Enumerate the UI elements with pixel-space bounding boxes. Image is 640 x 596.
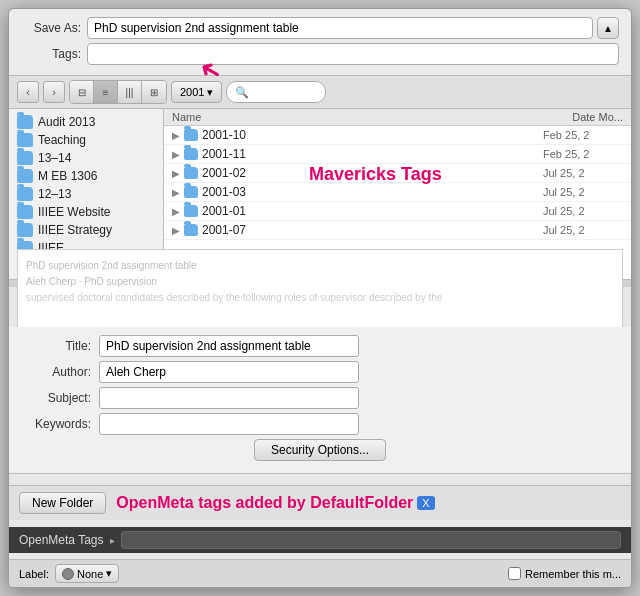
sidebar-item-label: 13–14 bbox=[38, 151, 71, 165]
save-as-input[interactable] bbox=[87, 17, 593, 39]
properties-panel: Title: Author: Subject: Keywords: Securi… bbox=[9, 327, 631, 474]
col-name-header: Name bbox=[172, 111, 543, 123]
file-list-header: Name Date Mo... bbox=[164, 109, 631, 126]
sidebar-item-label: Teaching bbox=[38, 133, 86, 147]
table-row[interactable]: ▶ 2001-03 Jul 25, 2 bbox=[164, 183, 631, 202]
file-date: Feb 25, 2 bbox=[543, 129, 623, 141]
file-date: Jul 25, 2 bbox=[543, 186, 623, 198]
label-row: Label: None ▾ bbox=[19, 564, 119, 583]
sidebar-item-iiiee-website[interactable]: IIIEE Website bbox=[9, 203, 163, 221]
openmeta-tags-label: OpenMeta Tags bbox=[19, 533, 104, 547]
sidebar-item-label: IIIEE Website bbox=[38, 205, 110, 219]
openmeta-tag-dropdown-icon[interactable]: ▸ bbox=[110, 535, 115, 546]
sidebar-item-label: M EB 1306 bbox=[38, 169, 97, 183]
file-name: 2001-07 bbox=[202, 223, 543, 237]
folder-icon bbox=[184, 224, 198, 236]
save-dialog: Save As: ▲ Tags: ‹ › ⊟ ≡ ||| ⊞ 2001 ▾ bbox=[8, 8, 632, 588]
expand-arrow-icon: ▶ bbox=[172, 206, 180, 217]
keywords-input[interactable] bbox=[99, 413, 359, 435]
folder-icon bbox=[17, 133, 33, 147]
sidebar-item-1314[interactable]: 13–14 bbox=[9, 149, 163, 167]
folder-icon bbox=[17, 223, 33, 237]
sidebar-item-audit2013[interactable]: Audit 2013 bbox=[9, 113, 163, 131]
back-button[interactable]: ‹ bbox=[17, 81, 39, 103]
remember-label: Remember this m... bbox=[525, 568, 621, 580]
file-name: 2001-10 bbox=[202, 128, 543, 142]
folder-dropdown-label: 2001 bbox=[180, 86, 204, 98]
security-options-button[interactable]: Security Options... bbox=[254, 439, 386, 461]
view-buttons: ⊟ ≡ ||| ⊞ bbox=[69, 80, 167, 104]
remember-row: Remember this m... bbox=[508, 567, 621, 580]
subject-label: Subject: bbox=[21, 391, 91, 405]
folder-icon bbox=[184, 129, 198, 141]
mavericks-tags-annotation: Mavericks Tags bbox=[309, 164, 442, 185]
sidebar-item-1213[interactable]: 12–13 bbox=[9, 185, 163, 203]
folder-icon bbox=[184, 186, 198, 198]
view-icon-btn[interactable]: ⊟ bbox=[70, 81, 94, 103]
expand-arrow-icon: ▶ bbox=[172, 130, 180, 141]
save-as-label: Save As: bbox=[21, 21, 81, 35]
document-background: PhD supervision 2nd assignment table Ale… bbox=[17, 249, 623, 329]
sidebar-item-label: IIIEE Strategy bbox=[38, 223, 112, 237]
expand-arrow-icon: ▶ bbox=[172, 225, 180, 236]
sidebar-item-label: 12–13 bbox=[38, 187, 71, 201]
openmeta-tags-bar: OpenMeta Tags ▸ bbox=[9, 527, 631, 553]
file-date: Jul 25, 2 bbox=[543, 167, 623, 179]
search-input[interactable] bbox=[226, 81, 326, 103]
title-label: Title: bbox=[21, 339, 91, 353]
author-input[interactable] bbox=[99, 361, 359, 383]
tags-label: Tags: bbox=[21, 47, 81, 61]
sidebar-item-teaching[interactable]: Teaching bbox=[9, 131, 163, 149]
view-list-btn[interactable]: ≡ bbox=[94, 81, 118, 103]
author-label: Author: bbox=[21, 365, 91, 379]
file-name: 2001-03 bbox=[202, 185, 543, 199]
remember-checkbox[interactable] bbox=[508, 567, 521, 580]
col-date-header: Date Mo... bbox=[543, 111, 623, 123]
label-color-circle bbox=[62, 568, 74, 580]
top-bar: Save As: ▲ Tags: bbox=[9, 9, 631, 76]
file-name: 2001-11 bbox=[202, 147, 543, 161]
file-name: 2001-01 bbox=[202, 204, 543, 218]
folder-icon bbox=[184, 205, 198, 217]
very-bottom-bar: Label: None ▾ Remember this m... bbox=[9, 559, 631, 587]
tags-input[interactable] bbox=[87, 43, 619, 65]
subject-input[interactable] bbox=[99, 387, 359, 409]
sidebar-item-meb1306[interactable]: M EB 1306 bbox=[9, 167, 163, 185]
table-row[interactable]: ▶ 2001-07 Jul 25, 2 bbox=[164, 221, 631, 240]
title-input[interactable] bbox=[99, 335, 359, 357]
table-row[interactable]: ▶ 2001-10 Feb 25, 2 bbox=[164, 126, 631, 145]
folder-icon bbox=[17, 169, 33, 183]
folder-icon bbox=[17, 115, 33, 129]
toolbar: ‹ › ⊟ ≡ ||| ⊞ 2001 ▾ bbox=[9, 76, 631, 109]
table-row[interactable]: ▶ 2001-11 Feb 25, 2 bbox=[164, 145, 631, 164]
forward-button[interactable]: › bbox=[43, 81, 65, 103]
expand-arrow-icon: ▶ bbox=[172, 149, 180, 160]
folder-icon bbox=[17, 151, 33, 165]
folder-icon bbox=[184, 167, 198, 179]
view-coverflow-btn[interactable]: ⊞ bbox=[142, 81, 166, 103]
expand-button[interactable]: ▲ bbox=[597, 17, 619, 39]
folder-icon bbox=[17, 187, 33, 201]
label-value: None bbox=[77, 568, 103, 580]
sidebar-item-iiiee-strategy[interactable]: IIIEE Strategy bbox=[9, 221, 163, 239]
openmeta-annotation: OpenMeta tags added by DefaultFolder bbox=[116, 494, 413, 512]
view-columns-btn[interactable]: ||| bbox=[118, 81, 142, 103]
chevron-down-icon: ▾ bbox=[106, 567, 112, 580]
expand-arrow-icon: ▶ bbox=[172, 187, 180, 198]
label-dropdown[interactable]: None ▾ bbox=[55, 564, 119, 583]
new-folder-button[interactable]: New Folder bbox=[19, 492, 106, 514]
action-bar: New Folder OpenMeta tags added by Defaul… bbox=[9, 485, 631, 520]
file-date: Jul 25, 2 bbox=[543, 205, 623, 217]
folder-icon bbox=[17, 205, 33, 219]
file-date: Feb 25, 2 bbox=[543, 148, 623, 160]
label-text: Label: bbox=[19, 568, 49, 580]
folder-icon bbox=[184, 148, 198, 160]
keywords-label: Keywords: bbox=[21, 417, 91, 431]
openmeta-tag-input[interactable] bbox=[121, 531, 622, 549]
file-date: Jul 25, 2 bbox=[543, 224, 623, 236]
expand-arrow-icon: ▶ bbox=[172, 168, 180, 179]
openmeta-x-badge: X bbox=[417, 496, 434, 510]
folder-dropdown[interactable]: 2001 ▾ bbox=[171, 81, 222, 103]
table-row[interactable]: ▶ 2001-01 Jul 25, 2 bbox=[164, 202, 631, 221]
sidebar-item-label: Audit 2013 bbox=[38, 115, 95, 129]
